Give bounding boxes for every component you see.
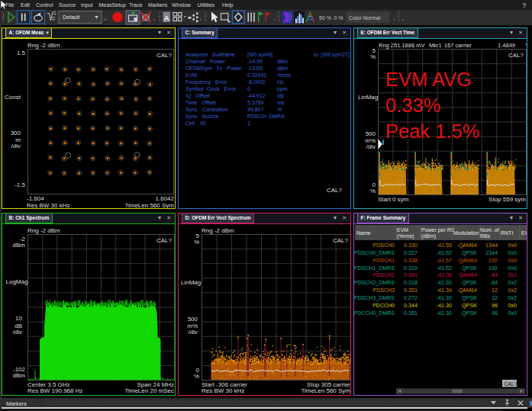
svg-text:PDSCH1: PDSCH1 <box>373 258 395 263</box>
svg-text:-14.95: -14.95 <box>247 59 263 64</box>
svg-text:0x2: 0x2 <box>508 271 517 278</box>
svg-text:0: 0 <box>247 86 250 92</box>
svg-text:0.344: 0.344 <box>404 302 418 309</box>
svg-text:1.6042: 1.6042 <box>156 195 175 202</box>
svg-text:RNTI: RNTI <box>501 230 513 236</box>
svg-text:-41.57: -41.57 <box>437 257 452 264</box>
svg-text:10: 10 <box>15 315 22 322</box>
svg-text:EV: EV <box>521 230 527 236</box>
svg-text:0x0: 0x0 <box>508 310 517 316</box>
svg-text:dBm: dBm <box>277 66 289 71</box>
svg-text:dBm: dBm <box>13 242 26 249</box>
svg-text:0x0: 0x0 <box>508 242 517 249</box>
svg-text:Sync Source: Sync Source <box>185 114 219 120</box>
svg-text:0x2: 0x2 <box>508 279 517 286</box>
svg-text:QPSK: QPSK <box>462 265 477 271</box>
svg-text:Analyzed Subframe: Analyzed Subframe <box>185 52 235 58</box>
svg-text:ppm: ppm <box>277 86 288 92</box>
svg-text:Stop 559 sym: Stop 559 sym <box>488 196 526 203</box>
svg-text:-41.30: -41.30 <box>437 279 452 286</box>
svg-text:EVM: EVM <box>185 72 197 78</box>
svg-text:TimeLen 560 Sym: TimeLen 560 Sym <box>124 202 174 209</box>
svg-text:0.310: 0.310 <box>404 265 418 271</box>
svg-text:Default: Default <box>63 14 79 20</box>
svg-text:CAL?: CAL? <box>333 237 349 244</box>
svg-text:Res BW 30 kHz: Res BW 30 kHz <box>27 202 69 209</box>
svg-text:QPSK: QPSK <box>462 294 477 301</box>
svg-text:CAL?: CAL? <box>505 381 517 387</box>
svg-text:12: 12 <box>492 294 498 301</box>
svg-text:LogMag: LogMag <box>6 278 28 285</box>
svg-text:%: % <box>526 42 527 49</box>
svg-text:Symbol Clock Error: Symbol Clock Error <box>185 86 237 92</box>
svg-text:0.272: 0.272 <box>404 294 418 301</box>
svg-text:Hz: Hz <box>277 79 284 85</box>
svg-text:QAM64: QAM64 <box>459 257 477 264</box>
svg-text:0x0: 0x0 <box>508 249 517 256</box>
svg-text:Rng 251.1886 mV: Rng 251.1886 mV <box>379 42 424 49</box>
svg-text:0x0: 0x0 <box>508 302 517 309</box>
svg-text:dBm: dBm <box>277 59 289 64</box>
svg-text:PDCCH0: PDCCH0 <box>372 303 395 308</box>
svg-text:5.3759: 5.3759 <box>247 100 264 105</box>
svg-text:%: % <box>194 239 199 246</box>
svg-text:PDSCH2_DMRS: PDSCH2_DMRS <box>354 280 395 286</box>
svg-text:96: 96 <box>492 302 498 309</box>
svg-text:QPSK: QPSK <box>462 279 477 286</box>
svg-text:0 %: 0 % <box>334 15 343 21</box>
svg-text:50 %: 50 % <box>319 15 331 21</box>
svg-text:0.32992: 0.32992 <box>247 72 266 78</box>
svg-text:-41.52: -41.52 <box>437 249 452 256</box>
svg-text:Const: Const <box>5 94 21 101</box>
svg-text:Peak 1.5%: Peak 1.5% <box>385 120 479 142</box>
svg-text:99.807: 99.807 <box>247 107 264 112</box>
svg-text:%: % <box>194 373 199 380</box>
svg-text:Color Normal: Color Normal <box>349 15 381 21</box>
svg-text:Res BW 30 kHz: Res BW 30 kHz <box>202 387 244 394</box>
svg-text:-44.912: -44.912 <box>247 93 266 98</box>
svg-text:0x0: 0x0 <box>508 265 517 271</box>
svg-text:-1.5: -1.5 <box>15 181 25 188</box>
svg-text:%: % <box>277 107 282 112</box>
svg-text:/div: /div <box>13 329 22 336</box>
svg-text:0.338: 0.338 <box>404 257 418 264</box>
svg-text:-41.55: -41.55 <box>437 242 452 249</box>
svg-text:0.330: 0.330 <box>404 242 418 249</box>
svg-text:LinMag: LinMag <box>181 279 201 286</box>
svg-text:(dBm): (dBm) <box>421 233 436 239</box>
svg-text:Mkr1: Mkr1 <box>429 42 442 49</box>
svg-text:192: 192 <box>488 257 498 264</box>
svg-text:-41.52: -41.52 <box>437 265 452 271</box>
svg-text:LinMag: LinMag <box>358 94 378 101</box>
svg-text:PDSCH1_DMRS: PDSCH1_DMRS <box>354 265 395 271</box>
svg-text:PDSCH DMRS: PDSCH DMRS <box>247 114 285 119</box>
svg-text:Num. of: Num. of <box>480 227 499 233</box>
svg-text:%rms: %rms <box>277 72 291 78</box>
svg-text:0.327: 0.327 <box>404 249 418 256</box>
svg-text:Rng -2 dBm: Rng -2 dBm <box>27 227 60 234</box>
svg-text:Time Offset: Time Offset <box>185 100 216 105</box>
svg-text:0.351: 0.351 <box>404 310 418 316</box>
svg-text:QPSK: QPSK <box>462 249 477 256</box>
svg-text:0x2: 0x2 <box>508 294 517 301</box>
svg-text:[Sf0,sym0]: [Sf0,sym0] <box>247 52 272 58</box>
svg-text:(%rms): (%rms) <box>397 233 414 239</box>
svg-text:1: 1 <box>247 120 250 126</box>
svg-text:/div: /div <box>189 329 198 336</box>
svg-text:to [Sf9,sym27]: to [Sf9,sym27] <box>314 52 350 58</box>
svg-text:-41.30: -41.30 <box>437 294 452 301</box>
svg-text:-41.30: -41.30 <box>437 310 452 316</box>
svg-text:CAL?: CAL? <box>327 187 343 194</box>
svg-text:0.33%: 0.33% <box>385 95 440 116</box>
svg-text:QAM64: QAM64 <box>459 287 477 294</box>
svg-text:1.4849: 1.4849 <box>498 42 515 49</box>
svg-text:Sync Correlation: Sync Correlation <box>185 107 228 113</box>
svg-text:QAM64: QAM64 <box>459 242 477 249</box>
svg-text:-41.34: -41.34 <box>437 287 452 294</box>
svg-text:CAL?: CAL? <box>508 52 524 59</box>
svg-text:96: 96 <box>492 310 498 316</box>
svg-text:0.318: 0.318 <box>404 279 418 286</box>
svg-text:192: 192 <box>488 265 498 271</box>
svg-text:CAL?: CAL? <box>156 52 172 59</box>
svg-text:RBs: RBs <box>480 233 491 239</box>
